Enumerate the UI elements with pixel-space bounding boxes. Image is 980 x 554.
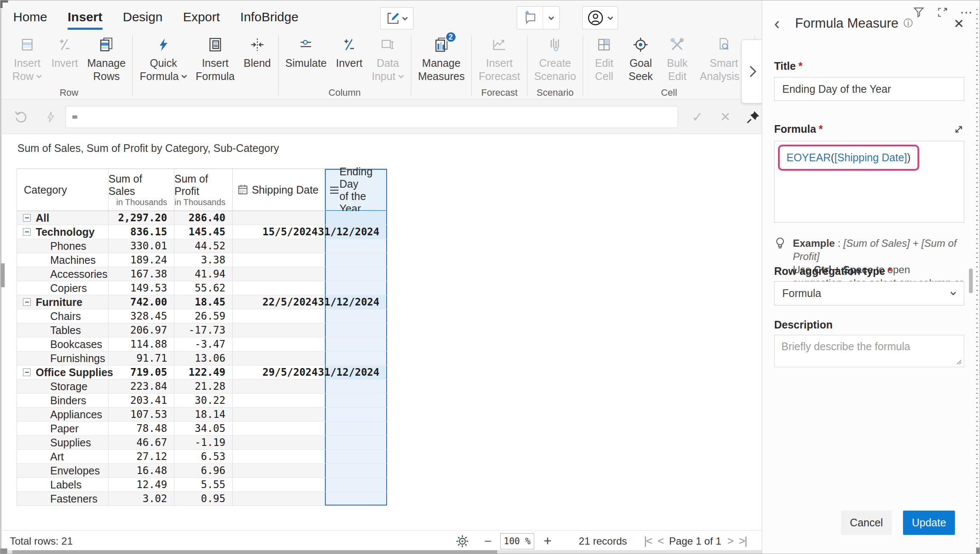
horizontal-scrollbar-thumb[interactable] (12, 550, 497, 554)
formula-bar: ✓ ✕ (0, 100, 762, 134)
records-count: 21 records (579, 535, 627, 547)
panel-scrollbar-thumb[interactable] (969, 268, 973, 293)
ribbon-group-column: Simulate Invert Data (281, 34, 408, 98)
collapse-icon[interactable] (23, 228, 31, 236)
ribbon-group-forecast: Insert Forecast Forecast (474, 34, 524, 98)
edit-mode-button[interactable] (380, 7, 413, 29)
insert-formula-button[interactable]: Insert Formula (191, 34, 239, 85)
table-row: Tables 206.97 -17.73 (17, 323, 387, 337)
invert-column-button[interactable]: Invert (331, 34, 368, 71)
resize-handle-icon[interactable] (954, 357, 962, 365)
confirm-formula-icon[interactable]: ✓ (689, 109, 706, 125)
column-header-category[interactable]: Category (17, 169, 108, 211)
last-page-button[interactable]: >| (739, 534, 746, 548)
back-chevron-icon[interactable]: ‹ (774, 15, 780, 32)
create-scenario-icon (547, 35, 563, 54)
user-icon (587, 9, 604, 26)
collapse-icon[interactable] (23, 298, 31, 306)
focus-mode-icon[interactable] (936, 6, 949, 19)
insert-formula-icon (208, 35, 223, 54)
column-header-sales[interactable]: Sum of Sales in Thousands (108, 169, 174, 211)
simulate-button[interactable]: Simulate (281, 34, 331, 71)
zoom-level-input[interactable]: 100 % (500, 533, 534, 549)
edit-cell-button[interactable]: Edit Cell (586, 34, 622, 85)
ribbon-tabs: Home Insert Design Export InfoBridge (13, 10, 299, 30)
bulk-edit-icon (669, 35, 685, 54)
description-textarea[interactable]: Briefly describe the formula (774, 335, 964, 367)
formula-editor[interactable]: EOYEAR([Shipping Date]) (774, 141, 964, 223)
table-header-row: Category Sum of Sales in Thousands Sum o… (17, 168, 387, 211)
info-icon[interactable]: ⓘ (903, 17, 913, 30)
insert-forecast-button[interactable]: Insert Forecast (474, 34, 524, 85)
first-page-button[interactable]: |< (644, 534, 652, 548)
more-options-icon[interactable]: ⋯ (960, 5, 974, 20)
manage-measures-button[interactable]: 2 Manage Measures (414, 34, 469, 85)
flash-fill-icon[interactable] (41, 110, 60, 124)
table-row: Fasteners 3.02 0.95 (17, 492, 387, 506)
add-comment-button[interactable] (517, 7, 543, 29)
manage-rows-button[interactable]: Manage Rows (83, 34, 130, 85)
tab-insert[interactable]: Insert (68, 10, 103, 30)
formula-input[interactable] (66, 106, 678, 128)
insert-row-icon (20, 35, 35, 54)
column-header-ending-day[interactable]: Ending Dayof the Year (325, 169, 387, 211)
tab-design[interactable]: Design (123, 10, 162, 30)
table-row: Furnishings 91.71 13.06 (17, 351, 387, 366)
column-header-profit[interactable]: Sum of Profit in Thousands (174, 169, 233, 211)
settings-gear-icon[interactable] (455, 534, 470, 548)
zoom-out-button[interactable]: − (484, 534, 492, 548)
quick-formula-icon (156, 35, 171, 54)
quick-formula-button[interactable]: Quick Formula (135, 34, 191, 85)
ribbon-group-row: Insert Row Invert Manage (8, 34, 130, 98)
table-row: Storage 223.84 21.28 (17, 380, 387, 394)
measure-title-input[interactable] (774, 77, 964, 101)
visual-resize-corner[interactable] (0, 0, 8, 8)
filter-icon[interactable] (912, 6, 925, 19)
table-row: Chairs 328.45 26.59 (17, 309, 387, 323)
cancel-button[interactable]: Cancel (841, 511, 892, 535)
invert-row-button[interactable]: Invert (46, 34, 83, 71)
group-label-formula (135, 87, 275, 98)
invert-row-icon (57, 35, 72, 54)
panel-collapse-button[interactable] (741, 40, 764, 103)
blend-button[interactable]: Blend (239, 34, 276, 71)
bulk-edit-button[interactable]: Bulk Edit (659, 34, 695, 85)
bottom-left-handle[interactable] (0, 548, 7, 554)
data-input-button[interactable]: Data Input (368, 34, 408, 85)
description-label: Description (774, 319, 964, 331)
table-row: Art 27.12 6.53 (17, 450, 387, 464)
tab-infobridge[interactable]: InfoBridge (240, 10, 299, 30)
collapse-icon[interactable] (23, 214, 31, 222)
group-label-column: Column (281, 87, 408, 98)
cancel-formula-icon[interactable]: ✕ (717, 109, 734, 124)
update-button[interactable]: Update (903, 511, 955, 535)
ribbon-separator (527, 35, 527, 96)
table-row: Bookcases 114.88 -3.47 (17, 337, 387, 351)
zoom-in-button[interactable]: + (544, 533, 552, 549)
insert-row-button[interactable]: Insert Row (8, 34, 46, 85)
table-row: Copiers 149.53 55.62 (17, 281, 387, 295)
ribbon-separator (132, 35, 133, 96)
panel-title: Formula Measure (795, 16, 898, 31)
ribbon-group-measures: 2 Manage Measures (414, 34, 469, 98)
next-page-button[interactable]: > (727, 534, 733, 548)
create-scenario-button[interactable]: Create Scenario (530, 34, 581, 85)
table-row: Envelopes 16.48 6.96 (17, 464, 387, 478)
left-scrollbar-thumb[interactable] (1, 263, 5, 287)
inforiver-visual: Home Insert Design Export InfoBridge Ins… (0, 0, 980, 554)
aggregation-select[interactable]: Formula (774, 281, 964, 306)
tab-home[interactable]: Home (13, 10, 47, 30)
goal-seek-button[interactable]: Goal Seek (622, 34, 659, 85)
aggregation-label: Row aggregation type* (774, 265, 964, 277)
account-button[interactable] (582, 6, 618, 29)
expand-formula-icon[interactable] (953, 124, 964, 135)
tab-export[interactable]: Export (183, 10, 220, 30)
undo-icon[interactable] (11, 110, 30, 124)
comment-dropdown-button[interactable] (543, 7, 559, 29)
collapse-icon[interactable] (23, 368, 31, 376)
previous-page-button[interactable]: < (658, 534, 663, 548)
edit-cell-icon (596, 35, 612, 54)
column-header-shipping-date[interactable]: Shipping Date (233, 169, 325, 211)
manage-measures-badge: 2 (445, 31, 456, 43)
pin-icon[interactable] (745, 110, 762, 124)
